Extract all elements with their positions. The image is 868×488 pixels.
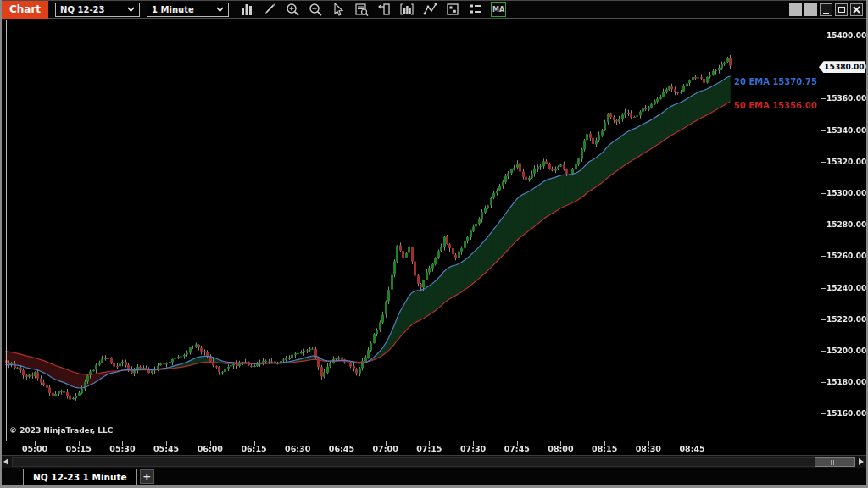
time-tick-label: 07:00	[369, 444, 403, 453]
price-tick-label: 15340.00	[826, 126, 865, 135]
price-tick-label: 15220.00	[826, 315, 865, 324]
close-button[interactable]	[850, 3, 863, 16]
scrollbar-thumb[interactable]	[815, 458, 855, 467]
price-tick-label: 15300.00	[826, 189, 865, 197]
tab-bar: NQ 12-23 1 Minute +	[2, 468, 866, 485]
time-tick-label: 08:45	[676, 444, 709, 453]
time-tick-label: 06:00	[193, 444, 227, 453]
scrollbar-track[interactable]	[12, 458, 854, 467]
chevron-down-icon	[216, 7, 224, 12]
ema20-indicator-label: 20 EMA 15370.75	[734, 77, 817, 86]
scroll-right-arrow-icon[interactable]	[859, 458, 864, 465]
data-series-icon[interactable]	[353, 2, 369, 17]
chart-style-icon[interactable]	[239, 2, 254, 17]
price-tick-label: 15200.00	[826, 347, 865, 355]
time-tick-label: 05:30	[105, 444, 139, 453]
time-tick-label: 05:15	[62, 444, 96, 453]
chevron-down-icon	[127, 7, 135, 12]
window-border-left	[0, 0, 2, 488]
interval-link-button[interactable]	[804, 3, 817, 16]
interval-select-value: 1 Minute	[152, 5, 211, 14]
window-border-top	[0, 0, 868, 1]
scroll-left-arrow-icon[interactable]	[3, 458, 8, 465]
price-tick-label: 15320.00	[826, 158, 865, 166]
last-price-marker: 15380.00	[819, 61, 865, 73]
ma-indicator-badge[interactable]: MA	[491, 2, 506, 17]
close-icon	[853, 6, 860, 14]
zoom-out-icon[interactable]	[308, 2, 323, 17]
time-tick-label: 06:15	[237, 444, 271, 453]
time-tick-label: 05:00	[18, 444, 52, 453]
cursor-icon[interactable]	[331, 2, 346, 17]
ema50-indicator-label: 50 EMA 15356.00	[734, 101, 817, 110]
time-tick-label: 08:30	[632, 444, 665, 453]
price-tick-label: 15360.00	[826, 94, 865, 103]
line-tools-icon[interactable]	[422, 2, 437, 17]
time-tick-label: 07:30	[456, 444, 490, 453]
properties-icon[interactable]	[445, 2, 460, 17]
maximize-icon	[838, 7, 845, 13]
chart-trader-icon[interactable]	[376, 2, 392, 17]
time-tick-label: 07:45	[500, 444, 534, 453]
drawing-tools-icon[interactable]	[262, 2, 277, 17]
price-tick-label: 15260.00	[826, 252, 865, 260]
price-tick-label: 15240.00	[826, 284, 865, 292]
indicators-icon[interactable]	[399, 2, 415, 17]
maximize-button[interactable]	[835, 3, 848, 16]
interval-select[interactable]: 1 Minute	[147, 3, 229, 17]
chart-app-button[interactable]: Chart	[2, 1, 48, 19]
chart-panel: 15400.0015380.0015360.0015340.0015320.00…	[0, 19, 868, 455]
price-tick-label: 15400.00	[826, 31, 865, 40]
time-tick-label: 06:30	[281, 444, 314, 453]
time-tick-label: 07:15	[412, 444, 446, 453]
time-tick-label: 06:45	[325, 444, 359, 453]
toolbar: MA	[239, 2, 506, 17]
window-controls	[789, 3, 863, 16]
copyright-text: © 2023 NinjaTrader, LLC	[9, 426, 113, 435]
add-tab-button[interactable]: +	[140, 469, 154, 484]
instrument-link-button[interactable]	[789, 3, 802, 16]
tab-nq-12-23-1-minute[interactable]: NQ 12-23 1 Minute	[23, 469, 137, 485]
minimize-button[interactable]	[820, 3, 832, 16]
instrument-select-value: NQ 12-23	[60, 5, 122, 14]
price-tick-label: 15280.00	[826, 220, 865, 229]
zoom-in-icon[interactable]	[285, 2, 300, 17]
time-tick-label: 08:15	[587, 444, 621, 453]
list-icon[interactable]	[468, 2, 483, 17]
price-tick-label: 15160.00	[826, 409, 865, 418]
price-tick-label: 15180.00	[826, 378, 865, 386]
instrument-select[interactable]: NQ 12-23	[55, 3, 140, 17]
chart-window: Chart NQ 12-23 1 Minute	[0, 0, 868, 488]
time-tick-label: 08:00	[543, 444, 577, 453]
time-tick-label: 05:45	[149, 444, 183, 453]
minimize-icon	[823, 13, 829, 14]
horizontal-scrollbar	[2, 455, 866, 468]
title-bar: Chart NQ 12-23 1 Minute	[2, 1, 866, 19]
